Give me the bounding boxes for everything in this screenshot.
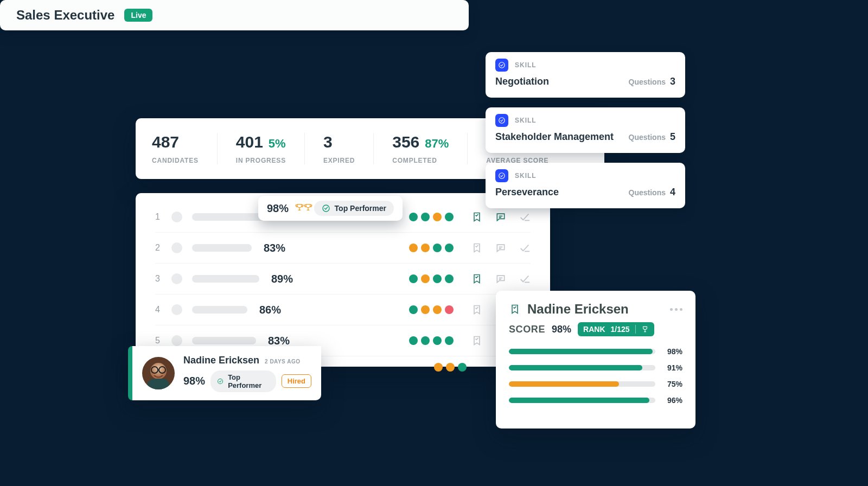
row-actions <box>471 211 531 223</box>
skill-card[interactable]: SKILLStakeholder ManagementQuestions5 <box>486 107 685 153</box>
skill-card[interactable]: SKILLPerseveranceQuestions4 <box>486 163 685 208</box>
name-placeholder <box>192 213 267 221</box>
name-placeholder <box>192 244 252 252</box>
status-dots <box>409 274 454 283</box>
name-placeholder <box>192 337 256 344</box>
candidate-detail-card: Nadine Ericksen SCORE 98% RANK 1/125 98%… <box>496 291 695 429</box>
status-dot <box>421 244 430 252</box>
status-dot <box>421 213 430 221</box>
bookmark-icon[interactable] <box>471 273 483 285</box>
score-value: 86% <box>259 304 285 316</box>
status-dot <box>433 274 442 283</box>
skill-name: Negotiation <box>495 76 549 87</box>
top-performer-badge: Top Performer <box>210 370 276 392</box>
metric-value: 91% <box>662 363 682 372</box>
name-placeholder <box>192 306 247 314</box>
metric-bar-row: 75% <box>509 380 682 388</box>
svg-point-1 <box>499 62 505 68</box>
table-row[interactable]: 283% <box>155 233 531 264</box>
metric-bar-row: 91% <box>509 363 682 372</box>
trophy-icon <box>295 203 304 214</box>
skill-name: Perseverance <box>495 187 559 198</box>
status-badge: Live <box>124 9 152 22</box>
top-performer-popover: 98% Top Performer <box>258 196 403 221</box>
rank-number: 5 <box>155 336 166 346</box>
bookmark-icon[interactable] <box>471 242 483 254</box>
bookmark-icon[interactable] <box>471 211 483 223</box>
row-actions <box>471 242 531 254</box>
stat-value: 3 <box>323 133 333 151</box>
stat-label: IN PROGRESS <box>236 157 286 164</box>
top-score: 98% <box>267 202 289 215</box>
svg-point-0 <box>323 205 329 212</box>
table-row[interactable]: 389% <box>155 264 531 295</box>
accent-stripe <box>128 346 132 400</box>
svg-point-9 <box>218 379 223 383</box>
status-dot <box>445 274 454 283</box>
candidate-mini-card[interactable]: Nadine Ericksen 2 DAYS AGO 98% Top Perfo… <box>128 346 321 400</box>
comment-icon[interactable] <box>495 242 507 254</box>
status-dot <box>445 244 454 252</box>
metric-value: 98% <box>662 347 682 356</box>
candidate-name: Nadine Ericksen <box>527 302 629 317</box>
name-placeholder <box>192 275 259 283</box>
status-dot <box>445 305 454 314</box>
score-label: SCORE <box>509 324 545 335</box>
status-dot <box>409 336 418 345</box>
status-dots <box>434 363 467 372</box>
metric-value: 75% <box>662 380 682 388</box>
status-dot <box>409 305 418 314</box>
metric-value: 96% <box>662 396 682 405</box>
status-dot <box>458 363 467 372</box>
status-dot <box>445 213 454 221</box>
status-dots <box>409 244 454 252</box>
status-dot <box>409 213 418 221</box>
skill-icon <box>495 169 508 182</box>
approve-icon[interactable] <box>519 273 531 285</box>
skill-label: SKILL <box>515 61 537 69</box>
skill-label: SKILL <box>515 172 537 180</box>
comment-icon[interactable] <box>495 211 507 223</box>
comment-icon[interactable] <box>495 273 507 285</box>
metric-bar <box>509 365 655 370</box>
questions-label: Questions <box>629 78 666 86</box>
questions-count: 4 <box>670 187 675 197</box>
status-dot <box>433 213 442 221</box>
bookmark-icon[interactable] <box>471 335 483 347</box>
status-dot <box>409 274 418 283</box>
metric-bar <box>509 381 655 387</box>
row-actions <box>471 273 531 285</box>
more-menu-icon[interactable] <box>670 308 682 311</box>
approve-icon[interactable] <box>519 242 531 254</box>
svg-rect-6 <box>148 379 169 389</box>
avatar <box>142 357 175 389</box>
metric-bar <box>509 349 655 354</box>
bookmark-icon[interactable] <box>471 304 483 316</box>
stat-pct: 87% <box>425 137 449 151</box>
rank-number: 3 <box>155 274 166 284</box>
questions-label: Questions <box>629 133 666 142</box>
trophy-icon <box>304 203 312 214</box>
status-dot <box>446 363 455 372</box>
metric-bar <box>509 398 655 403</box>
table-row[interactable]: 486% <box>155 295 531 325</box>
rank-number: 1 <box>155 212 166 222</box>
role-title: Sales Executive <box>16 8 114 23</box>
score-value: 83% <box>268 335 294 347</box>
svg-point-2 <box>499 118 505 124</box>
approve-icon[interactable] <box>519 211 531 223</box>
bookmark-icon[interactable] <box>509 303 521 315</box>
avatar-placeholder <box>171 273 182 284</box>
skill-label: SKILL <box>515 117 537 124</box>
questions-label: Questions <box>629 188 666 197</box>
stat-value: 356 <box>392 133 419 151</box>
status-badge: Hired <box>282 374 311 388</box>
metric-bar-row: 96% <box>509 396 682 405</box>
status-dots <box>409 213 454 221</box>
skill-icon <box>495 59 508 72</box>
stat: 4015%IN PROGRESS <box>218 133 305 164</box>
stat: 3EXPIRED <box>305 133 374 164</box>
rank-pill: RANK 1/125 <box>578 322 654 336</box>
skill-card[interactable]: SKILLNegotiationQuestions3 <box>486 52 685 98</box>
time-ago: 2 DAYS AGO <box>265 359 300 364</box>
